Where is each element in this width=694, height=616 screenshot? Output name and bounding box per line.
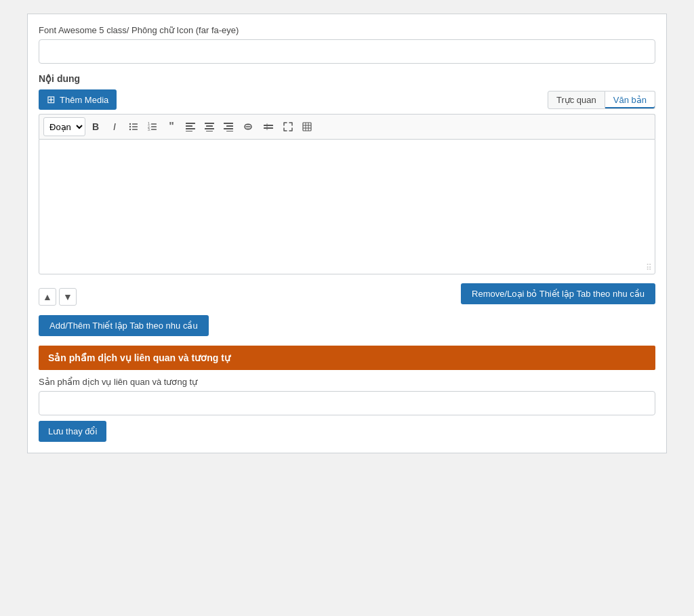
svg-rect-13 bbox=[186, 125, 192, 127]
tab-truc-quan[interactable]: Trực quan bbox=[548, 91, 605, 109]
font-awesome-input[interactable] bbox=[39, 39, 655, 64]
svg-rect-3 bbox=[132, 126, 138, 127]
more-icon bbox=[263, 122, 274, 131]
view-tabs: Trực quan Văn bản bbox=[548, 91, 655, 109]
svg-rect-7 bbox=[151, 123, 157, 125]
arrow-down-button[interactable]: ▼ bbox=[59, 288, 77, 306]
svg-rect-26 bbox=[264, 127, 273, 129]
svg-rect-9 bbox=[151, 126, 157, 127]
svg-rect-21 bbox=[226, 125, 233, 127]
link-icon bbox=[243, 122, 253, 131]
bottom-controls: ▲ ▼ Remove/Loại bỏ Thiết lập Tab theo nh… bbox=[39, 281, 655, 306]
svg-rect-22 bbox=[224, 128, 233, 129]
svg-rect-17 bbox=[206, 125, 213, 127]
ordered-list-icon: 1.2.3. bbox=[148, 122, 157, 131]
align-right-icon bbox=[224, 122, 233, 131]
svg-rect-27 bbox=[266, 123, 268, 130]
font-awesome-label: Font Awesome 5 class/ Phông chữ Icon (fa… bbox=[39, 25, 655, 35]
arrow-controls: ▲ ▼ bbox=[39, 288, 77, 306]
italic-button[interactable]: I bbox=[106, 117, 123, 136]
them-media-label: Thêm Media bbox=[60, 95, 108, 105]
section-input[interactable] bbox=[39, 391, 655, 415]
tab-van-ban[interactable]: Văn bản bbox=[605, 91, 655, 109]
noi-dung-label: Nội dung bbox=[39, 73, 655, 84]
svg-rect-20 bbox=[224, 123, 233, 124]
them-media-button[interactable]: ⊞ Thêm Media bbox=[39, 89, 117, 110]
bullet-list-button[interactable] bbox=[125, 117, 142, 136]
svg-rect-16 bbox=[205, 123, 214, 124]
svg-point-4 bbox=[129, 129, 131, 130]
editor-body[interactable]: ⠿ bbox=[39, 139, 655, 274]
svg-rect-5 bbox=[132, 129, 138, 130]
section-label-text: Sản phẩm dịch vụ liên quan và tương tự bbox=[39, 377, 655, 387]
svg-rect-23 bbox=[226, 131, 233, 131]
resize-handle: ⠿ bbox=[646, 263, 652, 272]
svg-point-2 bbox=[129, 126, 131, 127]
blockquote-button[interactable]: " bbox=[163, 117, 180, 136]
align-center-button[interactable] bbox=[201, 117, 218, 136]
table-icon bbox=[302, 122, 312, 131]
media-icon: ⊞ bbox=[47, 94, 56, 106]
bullet-list-icon bbox=[129, 122, 138, 131]
editor-toolbar: Đoạn B I 1.2.3. " bbox=[39, 114, 655, 139]
editor-header: ⊞ Thêm Media Trực quan Văn bản bbox=[39, 89, 655, 110]
align-left-button[interactable] bbox=[182, 117, 199, 136]
svg-rect-14 bbox=[186, 128, 195, 129]
fullscreen-icon bbox=[283, 122, 293, 131]
fullscreen-button[interactable] bbox=[279, 117, 297, 136]
svg-rect-11 bbox=[151, 129, 157, 130]
link-button[interactable] bbox=[239, 117, 258, 136]
add-tab-section: Add/Thêm Thiết lập Tab theo nhu cầu bbox=[39, 315, 655, 336]
svg-rect-28 bbox=[303, 123, 311, 131]
svg-rect-25 bbox=[264, 125, 273, 126]
svg-point-0 bbox=[129, 123, 131, 125]
align-right-button[interactable] bbox=[220, 117, 237, 136]
more-button[interactable] bbox=[259, 117, 278, 136]
add-tab-button[interactable]: Add/Thêm Thiết lập Tab theo nhu cầu bbox=[39, 315, 209, 336]
svg-rect-18 bbox=[205, 128, 214, 129]
ordered-list-button[interactable]: 1.2.3. bbox=[144, 117, 161, 136]
remove-tab-button[interactable]: Remove/Loại bỏ Thiết lập Tab theo nhu cầ… bbox=[461, 283, 655, 304]
svg-text:3.: 3. bbox=[148, 127, 150, 131]
arrow-up-button[interactable]: ▲ bbox=[39, 288, 56, 306]
bold-button[interactable]: B bbox=[87, 117, 104, 136]
align-left-icon bbox=[186, 122, 195, 131]
svg-rect-1 bbox=[132, 123, 138, 125]
orange-bar: Sản phẩm dịch vụ liên quan và tương tự bbox=[39, 346, 655, 370]
paragraph-select[interactable]: Đoạn bbox=[43, 117, 85, 136]
save-button[interactable]: Lưu thay đổi bbox=[39, 421, 106, 442]
svg-rect-12 bbox=[186, 123, 195, 124]
align-center-icon bbox=[205, 122, 214, 131]
table-button[interactable] bbox=[298, 117, 316, 136]
svg-rect-15 bbox=[186, 131, 192, 131]
svg-rect-19 bbox=[206, 131, 213, 131]
